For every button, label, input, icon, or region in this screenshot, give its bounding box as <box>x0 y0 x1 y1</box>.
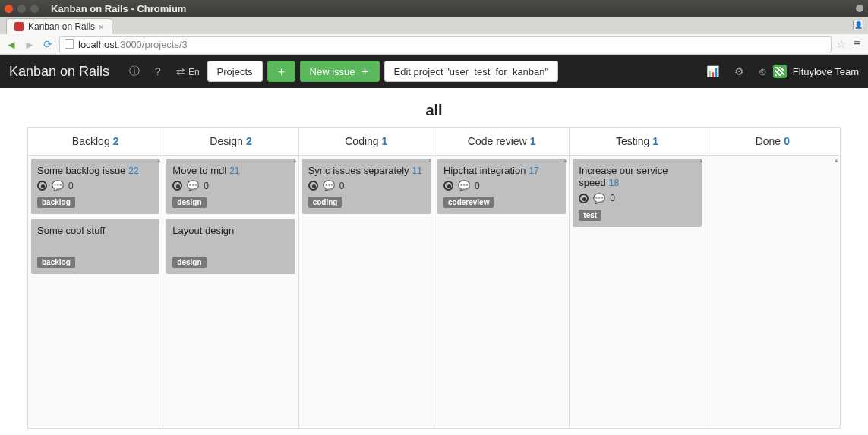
team-avatar-icon[interactable] <box>773 65 787 78</box>
card-title: Some cool stuff <box>37 225 153 237</box>
session-indicator-icon <box>856 5 863 12</box>
tab-close-icon[interactable]: × <box>98 22 104 32</box>
new-issue-button[interactable]: New issue＋ <box>300 61 380 82</box>
help-icon[interactable]: ? <box>155 65 161 77</box>
address-bar[interactable]: localhost:3000/projects/3 <box>59 36 832 52</box>
browser-menu-icon[interactable]: ≡ <box>851 37 863 51</box>
edit-project-label: Edit project "user_test_for_kanban" <box>394 66 549 77</box>
column-head-backlog[interactable]: Backlog2 <box>28 128 163 155</box>
window-minimize-icon[interactable] <box>17 5 26 13</box>
card-title: Move to mdl21 <box>172 165 289 177</box>
comment-icon: 💬 <box>323 180 335 191</box>
column-backlog[interactable]: ▴ Some backlog issue22 💬0 backlog Some c… <box>28 156 163 428</box>
columns-header: Backlog2 Design2 Coding1 Code review1 Te… <box>27 127 841 156</box>
github-icon <box>579 194 589 203</box>
new-issue-label: New issue <box>310 66 355 77</box>
column-done[interactable]: ▴ <box>705 156 840 428</box>
edit-project-button[interactable]: Edit project "user_test_for_kanban" <box>384 61 559 82</box>
logout-icon[interactable]: ⎋ <box>759 65 765 77</box>
card-tag: backlog <box>37 197 75 208</box>
column-codereview[interactable]: ▴ Hipchat integration17 💬0 codereview <box>434 156 570 428</box>
scroll-indicator-icon: ▴ <box>835 157 838 164</box>
github-icon <box>443 181 453 191</box>
url-path: :3000/projects/3 <box>117 39 188 50</box>
column-head-design[interactable]: Design2 <box>163 128 298 155</box>
add-project-button[interactable]: ＋ <box>267 61 295 82</box>
browser-tab-strip: Kanban on Rails × <box>0 17 868 34</box>
window-titlebar: Kanban on Rails - Chromium <box>0 0 868 17</box>
back-button[interactable]: ◄ <box>5 37 18 51</box>
team-name[interactable]: Fltuylove Team <box>793 66 859 77</box>
bookmark-star-icon[interactable]: ☆ <box>836 37 846 51</box>
scroll-indicator-icon: ▴ <box>428 157 432 164</box>
app-navbar: Kanban on Rails ⓘ ? ⇄En Projects ＋ New i… <box>0 55 868 88</box>
scroll-indicator-icon: ▴ <box>293 157 297 164</box>
page-icon <box>65 39 74 49</box>
card-title: Sync issues separately11 <box>308 165 425 177</box>
board-title: all <box>27 102 841 119</box>
settings-icon[interactable]: ⚙ <box>734 65 744 77</box>
comment-icon: 💬 <box>52 180 64 191</box>
browser-tab-label: Kanban on Rails <box>28 21 95 32</box>
card-meta: 💬0 <box>172 180 289 191</box>
column-testing[interactable]: ▴ Increase our service speed18 💬0 test <box>570 156 705 428</box>
github-icon <box>308 181 318 191</box>
card-tag: design <box>172 257 206 268</box>
browser-tab[interactable]: Kanban on Rails × <box>6 18 112 34</box>
window-close-icon[interactable] <box>5 5 13 13</box>
card[interactable]: Some cool stuff backlog <box>31 219 159 273</box>
card-title: Layout design <box>172 225 289 237</box>
favicon-icon <box>14 22 24 31</box>
card-tag: backlog <box>37 257 75 268</box>
card[interactable]: Increase our service speed18 💬0 test <box>573 159 701 227</box>
language-label: En <box>188 67 200 77</box>
dashboard-icon[interactable]: 📊 <box>706 65 719 77</box>
column-head-done[interactable]: Done0 <box>705 128 840 155</box>
comment-count: 0 <box>610 193 615 203</box>
scroll-indicator-icon: ▴ <box>157 157 161 164</box>
forward-button[interactable]: ► <box>23 37 36 51</box>
card[interactable]: Sync issues separately11 💬0 coding <box>302 159 431 214</box>
projects-label: Projects <box>217 66 253 77</box>
card-title: Some backlog issue22 <box>37 165 153 177</box>
github-icon <box>172 181 182 191</box>
reload-button[interactable]: ⟳ <box>41 37 55 51</box>
card-meta: 💬0 <box>579 193 695 204</box>
browser-toolbar: ◄ ► ⟳ localhost:3000/projects/3 ☆ ≡ <box>0 34 868 55</box>
card-tag: test <box>579 210 601 221</box>
card-title: Increase our service speed18 <box>579 165 695 190</box>
brand[interactable]: Kanban on Rails <box>9 64 109 80</box>
url-host: localhost <box>78 39 117 50</box>
card[interactable]: Hipchat integration17 💬0 codereview <box>437 159 566 214</box>
comment-icon: 💬 <box>187 180 199 191</box>
projects-button[interactable]: Projects <box>207 61 263 82</box>
card-title: Hipchat integration17 <box>443 165 560 177</box>
column-head-testing[interactable]: Testing1 <box>570 128 705 155</box>
comment-icon: 💬 <box>458 180 470 191</box>
comment-count: 0 <box>475 181 480 191</box>
card[interactable]: Layout design design <box>166 219 295 273</box>
info-icon[interactable]: ⓘ <box>129 65 140 78</box>
window-maximize-icon[interactable] <box>30 5 39 13</box>
plus-icon: ＋ <box>360 65 370 78</box>
card-meta: 💬0 <box>443 180 560 191</box>
column-head-codereview[interactable]: Code review1 <box>434 128 570 155</box>
comment-count: 0 <box>204 181 209 191</box>
language-icon[interactable]: ⇄En <box>176 65 200 77</box>
card-tag: coding <box>308 197 342 208</box>
card[interactable]: Move to mdl21 💬0 design <box>166 159 295 214</box>
card-meta: 💬0 <box>308 180 425 191</box>
column-coding[interactable]: ▴ Sync issues separately11 💬0 coding <box>299 156 434 428</box>
window-title: Kanban on Rails - Chromium <box>51 3 186 14</box>
card-tag: codereview <box>443 197 494 208</box>
profile-icon[interactable]: 👤 <box>853 20 863 30</box>
column-head-coding[interactable]: Coding1 <box>299 128 434 155</box>
comment-count: 0 <box>339 181 345 191</box>
board: all Backlog2 Design2 Coding1 Code review… <box>0 88 868 429</box>
card-tag: design <box>172 197 206 208</box>
card-meta: 💬0 <box>37 180 153 191</box>
github-icon <box>37 181 47 191</box>
comment-count: 0 <box>68 181 74 191</box>
column-design[interactable]: ▴ Move to mdl21 💬0 design Layout design … <box>163 156 298 428</box>
card[interactable]: Some backlog issue22 💬0 backlog <box>31 159 159 214</box>
